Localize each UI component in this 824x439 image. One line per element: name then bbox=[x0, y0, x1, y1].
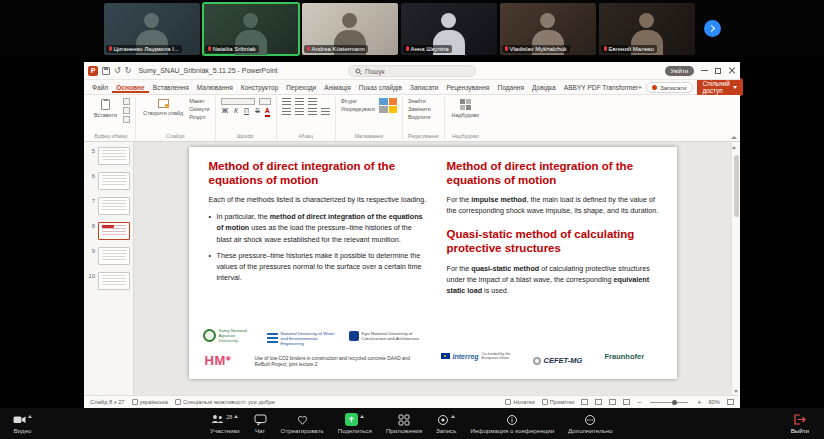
leave-meeting-button[interactable]: Выйти bbox=[784, 413, 816, 434]
vertical-scrollbar[interactable] bbox=[731, 142, 740, 395]
section-button[interactable]: Розділ bbox=[189, 114, 209, 120]
search-box[interactable]: Пошук bbox=[348, 65, 476, 77]
more-button[interactable]: Дополнительно bbox=[561, 413, 620, 434]
reading-view-icon[interactable] bbox=[609, 399, 616, 405]
ribbon-tab-home[interactable]: Основне bbox=[112, 82, 149, 93]
select-button[interactable]: Виділити bbox=[408, 114, 439, 120]
video-menu-caret[interactable] bbox=[28, 415, 32, 418]
participant-tile[interactable]: Анна Шкуліпа bbox=[401, 3, 497, 55]
reactions-button[interactable]: Отреагировать bbox=[274, 413, 331, 434]
zoom-slider[interactable] bbox=[650, 402, 688, 403]
meeting-info-button[interactable]: Информация о конференции bbox=[463, 413, 561, 434]
close-button[interactable] bbox=[728, 67, 736, 75]
slide-thumbnail-5[interactable]: 5 bbox=[87, 147, 130, 165]
fit-to-window-icon[interactable] bbox=[727, 399, 734, 405]
share-access-button[interactable]: Спільний доступ bbox=[697, 78, 743, 96]
justify-icon[interactable] bbox=[321, 108, 330, 116]
arrange-button[interactable]: Упорядкувати bbox=[341, 106, 375, 112]
replace-button[interactable]: Замінити bbox=[408, 106, 439, 112]
font-name-box[interactable] bbox=[221, 98, 255, 105]
slide-thumbnail-7[interactable]: 7 bbox=[87, 197, 130, 215]
layout-button[interactable]: Макет bbox=[189, 98, 209, 104]
copy-icon[interactable] bbox=[123, 107, 130, 114]
ribbon-tab-file[interactable]: Файл bbox=[88, 82, 112, 93]
participants-button[interactable]: 28 Участники bbox=[203, 413, 247, 434]
participants-menu-caret[interactable] bbox=[234, 415, 238, 418]
cut-icon[interactable] bbox=[123, 98, 130, 105]
slideshow-view-icon[interactable] bbox=[623, 399, 630, 405]
slide-thumbnail-10[interactable]: 10 bbox=[87, 272, 130, 290]
slide-canvas[interactable]: Method of direct integration of the equa… bbox=[189, 147, 677, 379]
comments-button[interactable]: Примітки bbox=[542, 399, 574, 405]
notes-button[interactable]: Нотатки bbox=[505, 399, 534, 405]
language-indicator[interactable]: українська bbox=[132, 399, 169, 405]
ribbon-tab-abbyy[interactable]: ABBYY PDF Transformer+ bbox=[560, 82, 646, 93]
ribbon-tab-help[interactable]: Довідка bbox=[528, 82, 560, 93]
zoom-slider-knob[interactable] bbox=[672, 400, 677, 405]
ribbon-tab-transitions[interactable]: Переходи bbox=[282, 82, 320, 93]
normal-view-icon[interactable] bbox=[581, 399, 588, 405]
record-menu-caret[interactable] bbox=[451, 415, 455, 418]
minimize-button[interactable] bbox=[701, 70, 708, 71]
font-size-box[interactable] bbox=[259, 98, 271, 105]
bullets-icon[interactable] bbox=[282, 98, 291, 106]
ribbon-tab-review[interactable]: Рецензування bbox=[442, 82, 493, 93]
undo-icon[interactable]: ↺ bbox=[114, 67, 121, 75]
ribbon-tab-draw[interactable]: Малювання bbox=[193, 82, 237, 93]
slide-thumbnail-6[interactable]: 6 bbox=[87, 172, 130, 190]
new-slide-button[interactable]: Створити слайд bbox=[141, 98, 185, 117]
zoom-out-icon[interactable]: − bbox=[637, 399, 641, 406]
zoom-in-icon[interactable]: + bbox=[697, 399, 701, 406]
collapse-ribbon-icon[interactable] bbox=[731, 136, 737, 139]
align-right-icon[interactable] bbox=[308, 108, 317, 116]
paste-button[interactable]: Вставити bbox=[92, 98, 119, 119]
bold-button[interactable]: Ж bbox=[221, 107, 229, 115]
sign-in-button[interactable]: Увійти bbox=[665, 66, 694, 76]
addins-button[interactable]: Надбудови bbox=[450, 98, 482, 119]
chat-button[interactable]: Чат bbox=[247, 413, 274, 434]
video-button[interactable]: Видео bbox=[6, 413, 39, 434]
quick-styles-icon[interactable] bbox=[379, 98, 397, 113]
numbering-icon[interactable] bbox=[295, 98, 304, 106]
participant-tile[interactable]: Циганенко Людмила І... bbox=[104, 3, 200, 55]
scroll-up-icon[interactable] bbox=[732, 146, 736, 149]
zoom-level[interactable]: 60% bbox=[708, 399, 720, 405]
find-button[interactable]: Знайти bbox=[408, 98, 439, 104]
share-screen-button[interactable]: Поделиться bbox=[331, 413, 379, 434]
record-meeting-button[interactable]: Запись bbox=[429, 413, 463, 434]
participant-tile[interactable]: Andrea Küstermann bbox=[302, 3, 398, 55]
slide-thumbnail-pane[interactable]: 5 6 7 8 9 bbox=[84, 142, 134, 395]
participant-tile[interactable]: Евгений Малеко bbox=[599, 3, 695, 55]
ribbon-tab-design[interactable]: Конструктор bbox=[237, 82, 283, 93]
align-center-icon[interactable] bbox=[295, 108, 304, 116]
scroll-down-icon[interactable] bbox=[734, 390, 738, 393]
ribbon-tab-animations[interactable]: Анімація bbox=[320, 82, 355, 93]
record-button[interactable]: Записати bbox=[646, 82, 693, 93]
ribbon-tab-slideshow[interactable]: Показ слайдів bbox=[355, 82, 406, 93]
font-color-icon[interactable]: A bbox=[265, 107, 270, 117]
ribbon-tab-record[interactable]: Записати bbox=[406, 82, 442, 93]
indent-icon[interactable] bbox=[308, 98, 317, 106]
ribbon-tab-insert[interactable]: Вставлення bbox=[149, 82, 193, 93]
participant-tile-active-speaker[interactable]: Nataliia Sribniak bbox=[203, 3, 299, 55]
redo-icon[interactable]: ↻ bbox=[125, 67, 132, 75]
participant-tile[interactable]: Vladislav Mykhalchuk bbox=[500, 3, 596, 55]
next-participants-button[interactable] bbox=[704, 20, 721, 37]
share-menu-caret[interactable] bbox=[360, 415, 364, 418]
restore-button[interactable] bbox=[715, 68, 721, 74]
ribbon-tab-view[interactable]: Подання bbox=[493, 82, 528, 93]
shapes-button[interactable]: Фігури bbox=[341, 98, 375, 104]
save-icon[interactable] bbox=[102, 67, 110, 75]
slide-sorter-view-icon[interactable] bbox=[595, 399, 602, 405]
slide-thumbnail-8-selected[interactable]: 8 bbox=[87, 222, 130, 240]
italic-button[interactable]: К bbox=[233, 107, 239, 115]
strikethrough-button[interactable]: S bbox=[254, 107, 261, 115]
scrollbar-thumb[interactable] bbox=[734, 155, 739, 217]
slide-thumbnail-9[interactable]: 9 bbox=[87, 247, 130, 265]
reset-button[interactable]: Скинути bbox=[189, 106, 209, 112]
apps-button[interactable]: Приложения bbox=[379, 413, 429, 434]
underline-button[interactable]: П bbox=[243, 107, 250, 115]
accessibility-indicator[interactable]: Спеціальні можливості: усе добре bbox=[175, 399, 275, 405]
align-left-icon[interactable] bbox=[282, 108, 291, 116]
format-painter-icon[interactable] bbox=[123, 116, 130, 123]
